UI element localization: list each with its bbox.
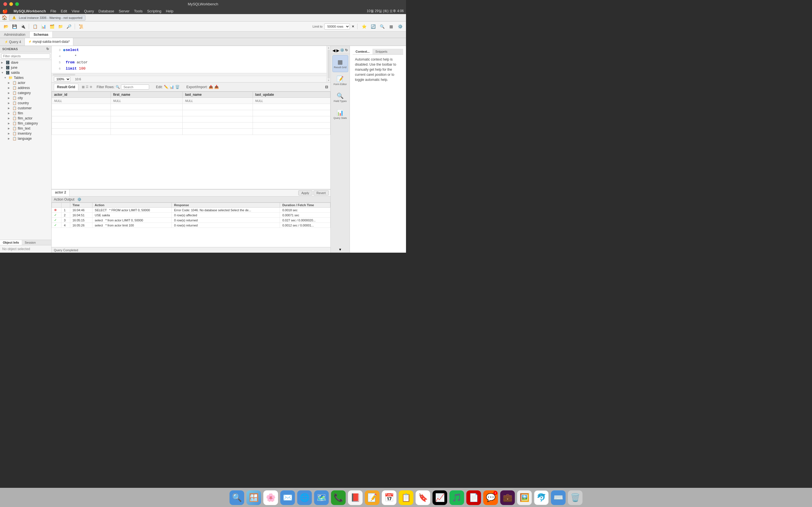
- cell-empty[interactable]: [183, 116, 253, 122]
- schema-dave[interactable]: ▶ 🗄️ dave: [0, 60, 51, 65]
- cell-empty[interactable]: [183, 104, 253, 110]
- cell-empty[interactable]: [111, 129, 183, 135]
- cell-empty[interactable]: [253, 110, 331, 116]
- edit-pencil-icon[interactable]: ✏️: [164, 85, 168, 89]
- split-icon[interactable]: ⊟: [325, 85, 328, 89]
- result-tab-actor2[interactable]: actor 2: [52, 189, 70, 196]
- cell-empty[interactable]: [183, 129, 253, 135]
- toolbar-data-btn[interactable]: 📁: [57, 23, 64, 30]
- home-icon[interactable]: 🏠: [2, 15, 7, 20]
- connection-tab[interactable]: ⚠️ Local instance 3306 - Warning - not s…: [9, 15, 86, 20]
- cell-empty[interactable]: [111, 116, 183, 122]
- cell-empty[interactable]: [183, 122, 253, 129]
- filter-search-input[interactable]: [121, 84, 149, 90]
- cell-empty[interactable]: [111, 122, 183, 129]
- zoom-select[interactable]: 100%: [54, 76, 70, 82]
- cell-empty[interactable]: [52, 122, 111, 129]
- field-types-btn[interactable]: 🔍 Field Types: [333, 89, 348, 106]
- schema-sakila[interactable]: ▼ 🗄️ sakila: [0, 70, 51, 75]
- menu-scripting[interactable]: Scripting: [147, 9, 161, 13]
- tab-administration[interactable]: Administration: [0, 32, 30, 38]
- menu-database[interactable]: Database: [98, 9, 114, 13]
- expand-icon[interactable]: ⊕: [90, 85, 92, 89]
- cell-actorid-1[interactable]: NULL: [52, 98, 111, 104]
- toolbar-panel-btn[interactable]: ▦: [388, 23, 395, 30]
- tab-object-info[interactable]: Object Info: [0, 240, 22, 245]
- schemas-refresh-icon[interactable]: ↻: [46, 47, 49, 51]
- menu-view[interactable]: View: [71, 9, 80, 13]
- toolbar-zoom-btn[interactable]: 🔍: [378, 23, 386, 30]
- table-film[interactable]: ▶ 📋 film: [0, 111, 51, 116]
- editor-scrollbar[interactable]: ▲ ▼: [326, 46, 331, 82]
- h-scrollbar[interactable]: [52, 73, 331, 76]
- menu-query[interactable]: Query: [84, 9, 94, 13]
- schema-june[interactable]: ▶ 🗄️ june: [0, 65, 51, 70]
- expand-down-btn[interactable]: ▼: [339, 247, 342, 251]
- tab-schemas[interactable]: Schemas: [30, 32, 53, 38]
- menu-server[interactable]: Server: [119, 9, 130, 13]
- menu-edit[interactable]: Edit: [61, 9, 67, 13]
- tab-session[interactable]: Session: [22, 240, 38, 245]
- table-country[interactable]: ▶ 📋 country: [0, 101, 51, 106]
- toolbar-table3-btn[interactable]: 🗂️: [48, 23, 56, 30]
- cell-lastname-1[interactable]: NULL: [183, 98, 253, 104]
- maximize-button[interactable]: [15, 2, 19, 6]
- minimize-button[interactable]: [9, 2, 13, 6]
- toolbar-star-btn[interactable]: ⭐: [360, 23, 368, 30]
- revert-button[interactable]: Revert: [313, 190, 329, 195]
- cell-empty[interactable]: [111, 104, 183, 110]
- toolbar-connect-btn[interactable]: 🔌: [19, 23, 27, 30]
- table-inventory[interactable]: ▶ 📋 inventory: [0, 131, 51, 136]
- editor-content[interactable]: 3 select 4 * 5 from actor 6: [52, 46, 331, 73]
- tab-mysql-sakila[interactable]: ⚡ mysql-sakila-insert-data*: [25, 38, 73, 46]
- nav-refresh-icon[interactable]: ↻: [345, 48, 348, 53]
- table-address[interactable]: ▶ 📋 address: [0, 86, 51, 91]
- result-tab-grid[interactable]: Result Grid: [54, 83, 79, 91]
- table-film-text[interactable]: ▶ 📋 film_text: [0, 126, 51, 131]
- action-output-settings-icon[interactable]: ⚙️: [77, 198, 82, 202]
- cell-empty[interactable]: [183, 110, 253, 116]
- cell-empty[interactable]: [253, 116, 331, 122]
- filter-input[interactable]: [1, 54, 50, 59]
- cell-firstname-1[interactable]: NULL: [111, 98, 183, 104]
- edit-table-icon[interactable]: 📊: [169, 85, 174, 89]
- cell-empty[interactable]: [52, 104, 111, 110]
- query-stats-btn[interactable]: 📊 Query Stats: [333, 106, 348, 123]
- tab-context[interactable]: Context...: [353, 49, 372, 54]
- tab-snippets[interactable]: Snippets: [372, 49, 390, 54]
- nav-settings-icon[interactable]: ⚙️: [340, 48, 344, 53]
- table-customer[interactable]: ▶ 📋 customer: [0, 106, 51, 111]
- edit-delete-icon[interactable]: 🗑️: [175, 85, 180, 89]
- close-button[interactable]: [3, 2, 7, 6]
- table-city[interactable]: ▶ 📋 city: [0, 96, 51, 101]
- table-film-category[interactable]: ▶ 📋 film_category: [0, 121, 51, 126]
- toolbar-open-btn[interactable]: 📂: [2, 23, 10, 30]
- cell-lastupdate-1[interactable]: NULL: [253, 98, 331, 104]
- toolbar-script-btn[interactable]: 📜: [77, 23, 85, 30]
- table-category[interactable]: ▶ 📋 category: [0, 91, 51, 96]
- menu-file[interactable]: File: [50, 9, 56, 13]
- menu-help[interactable]: Help: [166, 9, 173, 13]
- limit-select[interactable]: 50000 rows 1000 rows 10000 rows: [324, 23, 350, 30]
- toolbar-table-btn[interactable]: 📋: [31, 23, 39, 30]
- grid-icon[interactable]: ▦: [82, 85, 85, 89]
- cell-empty[interactable]: [52, 129, 111, 135]
- form-icon[interactable]: ☰: [86, 85, 89, 89]
- result-grid-btn[interactable]: ▦ Result Grid: [333, 55, 348, 72]
- cell-empty[interactable]: [52, 116, 111, 122]
- menu-tools[interactable]: Tools: [134, 9, 142, 13]
- table-language[interactable]: ▶ 📋 language: [0, 136, 51, 141]
- toolbar-table2-btn[interactable]: 📊: [40, 23, 47, 30]
- tab-query4[interactable]: ⚡ Query 4: [1, 38, 25, 46]
- apply-button[interactable]: Apply: [298, 190, 312, 195]
- cell-empty[interactable]: [253, 122, 331, 129]
- cell-empty[interactable]: [253, 129, 331, 135]
- menu-mysqlworkbench[interactable]: MySQLWorkbench: [13, 9, 46, 13]
- toolbar-search-btn[interactable]: 🔎: [65, 23, 72, 30]
- table-actor[interactable]: ▶ 📋 actor: [0, 80, 51, 86]
- export-icon[interactable]: 📤: [209, 85, 213, 89]
- toolbar-config-btn[interactable]: ⚙️: [396, 23, 404, 30]
- nav-forward-icon[interactable]: ▶: [336, 48, 340, 53]
- folder-tables[interactable]: ▼ 📁 Tables: [0, 75, 51, 80]
- cell-empty[interactable]: [111, 110, 183, 116]
